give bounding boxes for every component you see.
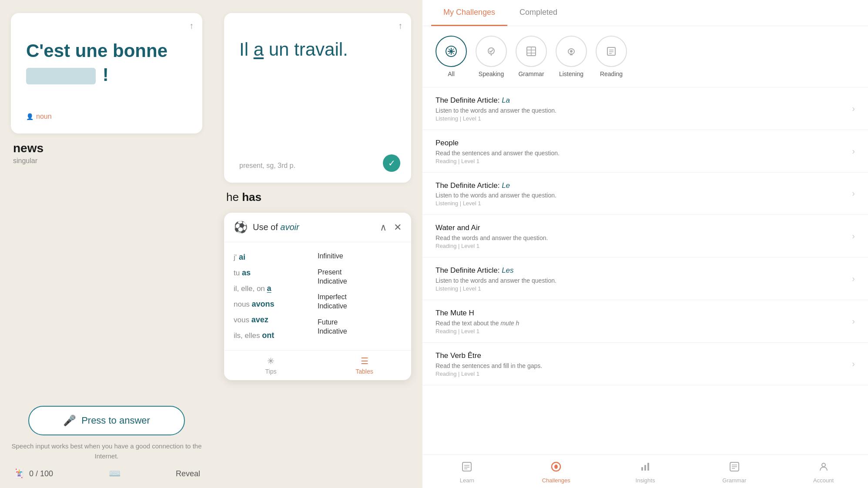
chevron-7: › bbox=[852, 359, 855, 369]
account-icon bbox=[818, 461, 829, 475]
challenge-desc-5: Listen to the words and answer the quest… bbox=[436, 277, 852, 284]
challenge-item-6[interactable]: The Mute H Read the text about the mute … bbox=[422, 300, 868, 343]
translation-text: he has bbox=[226, 191, 261, 204]
category-all[interactable]: All bbox=[436, 36, 467, 77]
my-challenges-tab[interactable]: My Challenges bbox=[431, 0, 507, 26]
challenges-tabs: My Challenges Completed bbox=[422, 0, 868, 26]
account-label: Account bbox=[813, 477, 834, 484]
challenge-info-4: Water and Air Read the words and answer … bbox=[436, 223, 852, 249]
progress-text: 0 / 100 bbox=[29, 469, 53, 478]
challenge-meta-4: Reading | Level 1 bbox=[436, 243, 852, 249]
avoir-popup: ⚽ Use of avoir ∧ ✕ j' ai tu as il, elle,… bbox=[224, 213, 411, 380]
category-icons: All Speaking Grammar bbox=[422, 26, 868, 87]
challenge-title-3: The Definite Article: Le bbox=[436, 180, 852, 191]
popup-controls: ∧ ✕ bbox=[380, 222, 402, 233]
challenge-meta-6: Reading | Level 1 bbox=[436, 328, 852, 334]
challenge-item-7[interactable]: The Verb Être Read the sentences and fil… bbox=[422, 343, 868, 385]
close-popup-button[interactable]: ✕ bbox=[394, 222, 402, 233]
speaking-label: Speaking bbox=[479, 70, 504, 77]
challenge-title-2: People bbox=[436, 138, 852, 148]
reading-circle bbox=[596, 36, 627, 67]
challenge-meta-2: Reading | Level 1 bbox=[436, 158, 852, 164]
category-reading[interactable]: Reading bbox=[596, 36, 627, 77]
tense-list: Infinitive PresentIndicative ImperfectIn… bbox=[318, 249, 402, 343]
middle-french-text: Il a un travail. bbox=[239, 39, 396, 60]
nav-insights[interactable]: Insights bbox=[601, 455, 690, 488]
word-type: singular bbox=[13, 157, 200, 165]
challenge-title-7: The Verb Être bbox=[436, 351, 852, 361]
conj-row-2: tu as bbox=[234, 265, 318, 281]
chevron-5: › bbox=[852, 274, 855, 284]
category-listening[interactable]: Listening bbox=[556, 36, 587, 77]
all-label: All bbox=[448, 70, 455, 77]
reveal-button[interactable]: Reveal bbox=[176, 469, 200, 478]
svg-point-27 bbox=[822, 463, 825, 467]
challenge-desc-1: Listen to the words and answer the quest… bbox=[436, 107, 852, 114]
grammar-icon bbox=[729, 461, 740, 475]
nav-account[interactable]: Account bbox=[779, 455, 868, 488]
fill-blank bbox=[26, 68, 96, 84]
check-circle: ✓ bbox=[383, 154, 400, 172]
tense-infinitive: Infinitive bbox=[318, 252, 402, 261]
french-text: C'est une bonne ! bbox=[26, 39, 187, 87]
bottom-controls: 🎤 Press to answer Speech input works bes… bbox=[11, 397, 202, 479]
challenge-info-1: The Definite Article: La Listen to the w… bbox=[436, 95, 852, 122]
conj-row-5: vous avez bbox=[234, 312, 318, 328]
reading-label: Reading bbox=[600, 70, 623, 77]
popup-title: Use of avoir bbox=[253, 222, 299, 232]
chevron-6: › bbox=[852, 316, 855, 326]
nav-learn[interactable]: Learn bbox=[422, 455, 512, 488]
insights-icon bbox=[640, 461, 651, 475]
conj-row-3: il, elle, on a bbox=[234, 281, 318, 296]
challenge-meta-1: Listening | Level 1 bbox=[436, 115, 852, 122]
challenge-desc-7: Read the sentences and fill in the gaps. bbox=[436, 362, 852, 369]
share-button[interactable]: ↑ bbox=[189, 21, 194, 31]
middle-panel: ↑ Il a un travail. present, sg, 3rd p. ✓… bbox=[213, 0, 422, 488]
cards-icon: 🃏 bbox=[13, 468, 25, 479]
challenge-info-7: The Verb Être Read the sentences and fil… bbox=[436, 351, 852, 377]
chevron-4: › bbox=[852, 231, 855, 241]
learn-label: Learn bbox=[460, 477, 474, 484]
conj-row-6: ils, elles ont bbox=[234, 328, 318, 343]
chevron-3: › bbox=[852, 188, 855, 198]
tips-tab[interactable]: ✳ Tips bbox=[224, 351, 318, 380]
nav-challenges[interactable]: Challenges bbox=[512, 455, 601, 488]
category-speaking[interactable]: Speaking bbox=[476, 36, 507, 77]
noun-label: 👤 noun bbox=[26, 113, 187, 120]
challenge-meta-3: Listening | Level 1 bbox=[436, 200, 852, 207]
exclaim: ! bbox=[103, 64, 109, 85]
challenge-desc-6: Read the text about the mute h bbox=[436, 320, 852, 327]
challenge-item-2[interactable]: People Read the sentences and answer the… bbox=[422, 130, 868, 173]
progress-area: 🃏 0 / 100 bbox=[13, 468, 53, 479]
nav-grammar[interactable]: Grammar bbox=[690, 455, 779, 488]
speaking-circle bbox=[476, 36, 507, 67]
challenge-item-4[interactable]: Water and Air Read the words and answer … bbox=[422, 215, 868, 257]
challenge-title-1: The Definite Article: La bbox=[436, 95, 852, 106]
tables-tab[interactable]: ☰ Tables bbox=[318, 351, 411, 380]
challenge-item-5[interactable]: The Definite Article: Les Listen to the … bbox=[422, 257, 868, 300]
svg-rect-21 bbox=[644, 465, 646, 471]
second-share-button[interactable]: ↑ bbox=[398, 21, 402, 31]
challenge-desc-3: Listen to the words and answer the quest… bbox=[436, 192, 852, 199]
listening-label: Listening bbox=[559, 70, 583, 77]
category-grammar[interactable]: Grammar bbox=[516, 36, 547, 77]
chevron-2: › bbox=[852, 146, 855, 156]
challenge-info-3: The Definite Article: Le Listen to the w… bbox=[436, 180, 852, 207]
mic-icon: 🎤 bbox=[63, 414, 76, 427]
translation-area: he has bbox=[224, 183, 411, 204]
challenge-item-3[interactable]: The Definite Article: Le Listen to the w… bbox=[422, 173, 868, 215]
grammar-nav-label: Grammar bbox=[722, 477, 746, 484]
press-to-answer-button[interactable]: 🎤 Press to answer bbox=[28, 406, 185, 435]
second-share-icon: ↑ bbox=[398, 21, 402, 30]
popup-bottom-tabs: ✳ Tips ☰ Tables bbox=[224, 350, 411, 380]
keyboard-button[interactable]: ⌨️ bbox=[109, 468, 121, 479]
challenge-meta-5: Listening | Level 1 bbox=[436, 285, 852, 292]
word-main: news bbox=[13, 141, 200, 155]
challenge-desc-4: Read the words and answer the question. bbox=[436, 234, 852, 241]
challenges-icon bbox=[550, 461, 562, 475]
ball-icon: ⚽ bbox=[234, 221, 248, 234]
completed-tab[interactable]: Completed bbox=[507, 0, 570, 26]
collapse-button[interactable]: ∧ bbox=[380, 222, 387, 233]
bottom-nav: Learn Challenges Insights bbox=[422, 455, 868, 488]
challenge-item-1[interactable]: The Definite Article: La Listen to the w… bbox=[422, 87, 868, 130]
